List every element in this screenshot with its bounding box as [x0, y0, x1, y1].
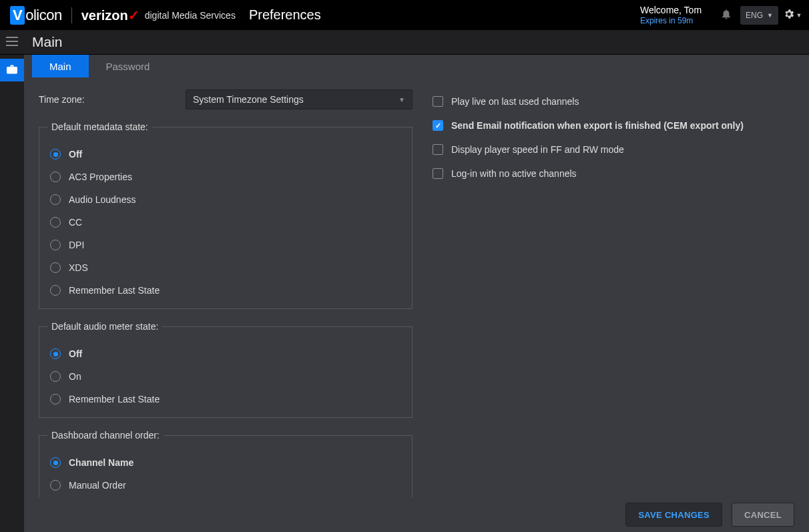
radio-metadata-0[interactable]: Off [47, 143, 404, 166]
chevron-down-icon: ▼ [796, 12, 802, 19]
logo-dms: digital Media Services [145, 10, 236, 21]
radio-label: AC3 Properties [69, 172, 132, 182]
checkbox-option-0[interactable]: Play live on last used channels [433, 89, 797, 113]
session-expires[interactable]: Expires in 59m [640, 16, 693, 25]
group-dashboard-channel-order: Dashboard channel order: Channel NameMan… [39, 430, 413, 497]
radio-label: Off [69, 149, 82, 160]
svg-rect-0 [6, 37, 18, 38]
tab-main-label: Main [49, 61, 71, 72]
radio-audio-0[interactable]: Off [47, 342, 404, 365]
save-button[interactable]: SAVE CHANGES [625, 503, 722, 527]
briefcase-icon [7, 65, 17, 76]
page-title: Main [32, 34, 63, 50]
group-audio-legend: Default audio meter state: [47, 321, 162, 332]
radio-icon [50, 262, 61, 273]
svg-rect-1 [6, 41, 18, 42]
radio-audio-1[interactable]: On [47, 365, 404, 388]
logo-verizon: verizon✓ [81, 7, 140, 23]
sub-header: Main [0, 30, 809, 55]
radio-icon [50, 348, 61, 359]
checkbox-option-1[interactable]: Send Email notification when export is f… [433, 113, 797, 138]
group-metadata-state: Default metadata state: OffAC3 Propertie… [39, 121, 413, 309]
language-value: ENG [746, 11, 763, 20]
radio-label: On [69, 371, 81, 382]
radio-label: Channel Name [69, 457, 133, 468]
timezone-row: Time zone: System Timezone Settings ▼ [39, 89, 413, 109]
save-button-label: SAVE CHANGES [638, 510, 710, 520]
timezone-select[interactable]: System Timezone Settings ▼ [186, 89, 413, 109]
logo-verizon-text: verizon [81, 8, 128, 23]
radio-icon [50, 217, 61, 228]
radio-dashboard-1[interactable]: Manual Order [47, 474, 404, 497]
radio-label: Manual Order [69, 480, 126, 491]
radio-metadata-4[interactable]: DPI [47, 234, 404, 256]
radio-label: Remember Last State [69, 394, 160, 405]
left-rail [0, 55, 24, 532]
tab-main[interactable]: Main [32, 55, 89, 77]
welcome-block: Welcome, Tom Expires in 59m [640, 5, 702, 25]
menu-toggle-button[interactable] [0, 30, 24, 54]
group-metadata-legend: Default metadata state: [47, 121, 152, 132]
checkbox-label: Send Email notification when export is f… [451, 120, 744, 131]
footer: SAVE CHANGES CANCEL [24, 497, 809, 532]
radio-icon [50, 172, 61, 182]
notifications-button[interactable] [716, 5, 736, 25]
tabs: Main Password [24, 55, 809, 77]
group-audio-meter-state: Default audio meter state: OffOnRemember… [39, 321, 413, 418]
page-title-top: Preferences [249, 7, 321, 23]
group-dashboard-legend: Dashboard channel order: [47, 430, 164, 441]
chevron-down-icon: ▼ [767, 12, 773, 19]
radio-metadata-3[interactable]: CC [47, 211, 404, 234]
radio-label: Off [69, 348, 82, 359]
timezone-value: System Timezone Settings [193, 94, 304, 105]
form-area: Time zone: System Timezone Settings ▼ De… [24, 77, 809, 497]
logo-volicon-v: V [10, 6, 25, 25]
checkbox-icon [433, 168, 443, 179]
radio-icon [50, 480, 61, 491]
timezone-label: Time zone: [39, 94, 186, 105]
checkbox-label: Display player speed in FF and RW mode [451, 144, 624, 155]
logo-volicon-text: olicon [25, 7, 61, 24]
radio-metadata-2[interactable]: Audio Loudness [47, 188, 404, 211]
radio-metadata-5[interactable]: XDS [47, 256, 404, 279]
radio-dashboard-0[interactable]: Channel Name [47, 451, 404, 474]
radio-audio-2[interactable]: Remember Last State [47, 388, 404, 411]
radio-label: DPI [69, 240, 84, 250]
checkbox-icon [433, 96, 443, 107]
radio-label: XDS [69, 262, 88, 273]
radio-icon [50, 149, 61, 160]
checkbox-icon [433, 120, 443, 131]
svg-rect-2 [6, 45, 18, 46]
cancel-button[interactable]: CANCEL [732, 503, 794, 527]
tab-password[interactable]: Password [89, 55, 168, 77]
radio-metadata-1[interactable]: AC3 Properties [47, 166, 404, 188]
radio-label: CC [69, 217, 82, 228]
checkbox-icon [433, 144, 443, 155]
checkbox-label: Play live on last used channels [451, 96, 579, 107]
radio-label: Audio Loudness [69, 194, 136, 205]
checkbox-option-2[interactable]: Display player speed in FF and RW mode [433, 138, 797, 162]
radio-icon [50, 394, 61, 405]
checkbox-label: Log-in with no active channels [451, 168, 577, 179]
radio-icon [50, 457, 61, 468]
checkbox-option-3[interactable]: Log-in with no active channels [433, 162, 797, 186]
gear-icon [783, 8, 795, 22]
settings-menu-button[interactable]: ▼ [782, 5, 802, 25]
rail-item-preferences[interactable] [0, 59, 24, 81]
radio-icon [50, 194, 61, 205]
radio-icon [50, 240, 61, 250]
chevron-down-icon: ▼ [398, 96, 405, 103]
tab-password-label: Password [106, 61, 150, 72]
radio-icon [50, 285, 61, 296]
radio-metadata-6[interactable]: Remember Last State [47, 279, 404, 302]
verizon-check-icon: ✓ [128, 7, 140, 23]
logo-divider [71, 7, 72, 23]
language-selector[interactable]: ENG ▼ [740, 6, 778, 25]
radio-icon [50, 371, 61, 382]
welcome-text: Welcome, Tom [640, 5, 702, 16]
cancel-button-label: CANCEL [744, 510, 782, 520]
radio-label: Remember Last State [69, 285, 160, 296]
top-bar: Volicon verizon✓ digital Media Services … [0, 0, 809, 30]
bell-icon [720, 8, 732, 22]
logo-volicon: Volicon [10, 6, 62, 25]
